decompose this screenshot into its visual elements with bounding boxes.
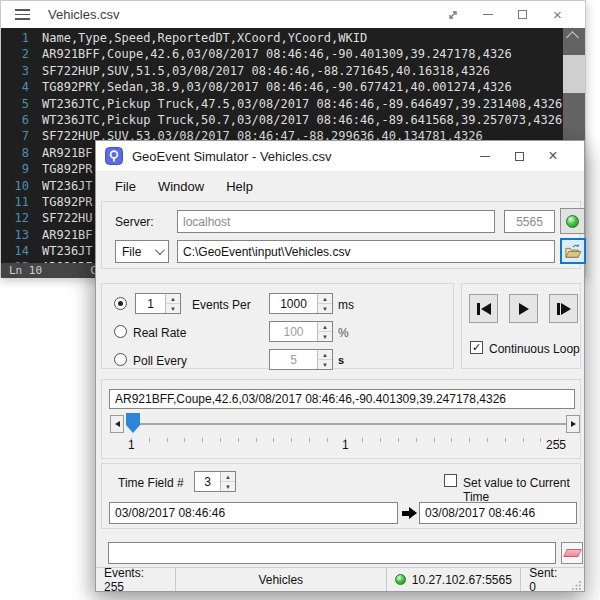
connection-group: Server: localhost 5565 File C:\GeoEvent\… xyxy=(101,201,581,269)
arrow-right-icon xyxy=(571,421,576,427)
real-rate-label: Real Rate xyxy=(133,326,186,340)
poll-value: 5 xyxy=(270,350,317,369)
interval-value: 1000 xyxy=(270,294,317,313)
message-log-field[interactable] xyxy=(108,542,556,564)
time-field-spinner[interactable]: 3 ▲▼ xyxy=(194,471,236,492)
event-slider-track[interactable] xyxy=(126,423,566,425)
csv-row[interactable]: 1Name,Type,Speed,ReportedDT,XCoord,YCoor… xyxy=(1,30,585,46)
simulator-window-title: GeoEvent Simulator - Vehicles.csv xyxy=(132,149,331,164)
time-to-field[interactable]: 03/08/2017 08:46:46 xyxy=(419,502,577,524)
line-number: 14 xyxy=(1,243,29,259)
line-number: 7 xyxy=(1,128,29,144)
simulator-titlebar: GeoEvent Simulator - Vehicles.csv × xyxy=(96,141,584,171)
close-button[interactable]: × xyxy=(536,142,570,170)
real-rate-spinner: 100 ▲▼ xyxy=(269,321,333,342)
connection-status: 10.27.102.67:5565 xyxy=(387,568,521,591)
events-count-value: 1 xyxy=(136,294,165,313)
maximize-button[interactable] xyxy=(502,142,536,170)
menu-hamburger-icon[interactable] xyxy=(15,9,30,20)
rate-group: 1 ▲▼ Events Per 1000 ▲▼ ms Real Rate 100… xyxy=(101,283,454,369)
current-event-field[interactable]: AR921BFF,Coupe,42.6,03/08/2017 08:46:46,… xyxy=(109,389,575,409)
step-button[interactable] xyxy=(549,294,578,323)
slider-min-label: 1 xyxy=(128,438,135,452)
play-icon xyxy=(519,303,529,315)
events-per-radio[interactable] xyxy=(114,297,127,310)
browse-file-button[interactable] xyxy=(560,238,586,264)
close-button[interactable]: × xyxy=(540,2,575,28)
slider-left-button[interactable] xyxy=(110,415,124,433)
line-text: AR921BFF,Coupe,42.6,03/08/2017 08:46:46,… xyxy=(42,46,512,62)
connect-button[interactable] xyxy=(560,208,585,234)
preview-group: AR921BFF,Coupe,42.6,03/08/2017 08:46:46,… xyxy=(101,379,581,459)
line-text: TG892PR xyxy=(42,161,93,177)
slider-right-button[interactable] xyxy=(566,415,580,433)
event-slider-thumb[interactable] xyxy=(126,413,140,433)
continuous-loop-label: Continuous Loop xyxy=(489,342,580,356)
menu-file[interactable]: File xyxy=(104,175,147,198)
line-text: AR921BF xyxy=(42,227,93,243)
minimize-button[interactable] xyxy=(470,2,505,28)
real-rate-value: 100 xyxy=(270,322,317,341)
open-folder-icon xyxy=(564,243,582,259)
clear-log-button[interactable] xyxy=(561,542,583,564)
slider-max-label: 255 xyxy=(546,438,566,452)
poll-every-radio[interactable] xyxy=(114,353,127,366)
spin-down-icon: ▼ xyxy=(318,332,332,341)
source-type-value: File xyxy=(122,245,141,259)
poll-spinner: 5 ▲▼ xyxy=(269,349,333,370)
menu-help[interactable]: Help xyxy=(215,175,264,198)
line-number: 5 xyxy=(1,96,29,112)
feed-name-status: Vehicles xyxy=(176,568,387,591)
line-number: 2 xyxy=(1,46,29,62)
time-from-field[interactable]: 03/08/2017 08:46:46 xyxy=(109,502,398,524)
server-label: Server: xyxy=(115,215,154,229)
restart-button[interactable] xyxy=(469,294,498,323)
spin-down-icon[interactable]: ▼ xyxy=(166,304,180,313)
current-time-checkbox[interactable] xyxy=(444,474,457,487)
continuous-loop-checkbox[interactable] xyxy=(470,341,483,354)
line-text: AR921BF xyxy=(42,145,93,161)
skip-start-icon xyxy=(481,303,491,315)
poll-unit-label: s xyxy=(338,354,344,366)
spin-up-icon: ▲ xyxy=(318,322,332,332)
source-type-dropdown[interactable]: File xyxy=(115,240,169,263)
line-number: 8 xyxy=(1,145,29,161)
line-indicator: Ln 10 xyxy=(9,264,42,277)
interval-spinner[interactable]: 1000 ▲▼ xyxy=(269,293,333,314)
play-button[interactable] xyxy=(509,294,538,323)
csv-row[interactable]: 3SF722HUP,SUV,51.5,03/08/2017 08:46:46,-… xyxy=(1,63,585,79)
csv-row[interactable]: 2AR921BFF,Coupe,42.6,03/08/2017 08:46:46… xyxy=(1,46,585,62)
csv-row[interactable]: 4TG892PRY,Sedan,38.9,03/08/2017 08:46:46… xyxy=(1,79,585,95)
resize-grip[interactable] xyxy=(571,580,582,591)
line-text: SF722HUP,SUV,51.5,03/08/2017 08:46:46,-8… xyxy=(42,63,490,79)
simulator-statusbar: Events: 255 Vehicles 10.27.102.67:5565 S… xyxy=(96,567,584,591)
file-path-input[interactable]: C:\GeoEvent\input\Vehicles.csv xyxy=(177,240,555,263)
expand-diagonal-button[interactable] xyxy=(435,2,470,28)
line-text: WT236JT xyxy=(42,243,93,259)
spin-down-icon[interactable]: ▼ xyxy=(221,482,235,491)
minimize-button[interactable] xyxy=(468,142,502,170)
desktop: Vehicles.csv × 1Name,Type,Speed,Reported… xyxy=(0,0,600,600)
scroll-up-icon[interactable] xyxy=(566,31,579,44)
scrollbar-thumb[interactable] xyxy=(563,55,585,93)
maximize-button[interactable] xyxy=(505,2,540,28)
spin-up-icon[interactable]: ▲ xyxy=(166,294,180,304)
csv-row[interactable]: 5WT236JTC,Pickup Truck,47.5,03/08/2017 0… xyxy=(1,96,585,112)
spin-down-icon[interactable]: ▼ xyxy=(318,304,332,313)
real-rate-unit-label: % xyxy=(338,326,349,340)
spin-up-icon[interactable]: ▲ xyxy=(221,472,235,482)
menu-window[interactable]: Window xyxy=(147,175,215,198)
real-rate-radio[interactable] xyxy=(114,325,127,338)
eraser-icon xyxy=(563,549,582,557)
line-text: AR921BF xyxy=(42,259,93,263)
port-input[interactable]: 5565 xyxy=(504,210,555,233)
line-number: 1 xyxy=(1,30,29,46)
spin-up-icon[interactable]: ▲ xyxy=(318,294,332,304)
server-input[interactable]: localhost xyxy=(177,210,495,233)
spin-down-icon: ▼ xyxy=(318,360,332,369)
step-icon xyxy=(557,303,560,315)
arrow-right-icon xyxy=(402,507,417,519)
line-text: SF722HU xyxy=(42,210,93,226)
csv-row[interactable]: 6WT236JTC,Pickup Truck,50.7,03/08/2017 0… xyxy=(1,112,585,128)
events-count-spinner[interactable]: 1 ▲▼ xyxy=(135,293,181,314)
